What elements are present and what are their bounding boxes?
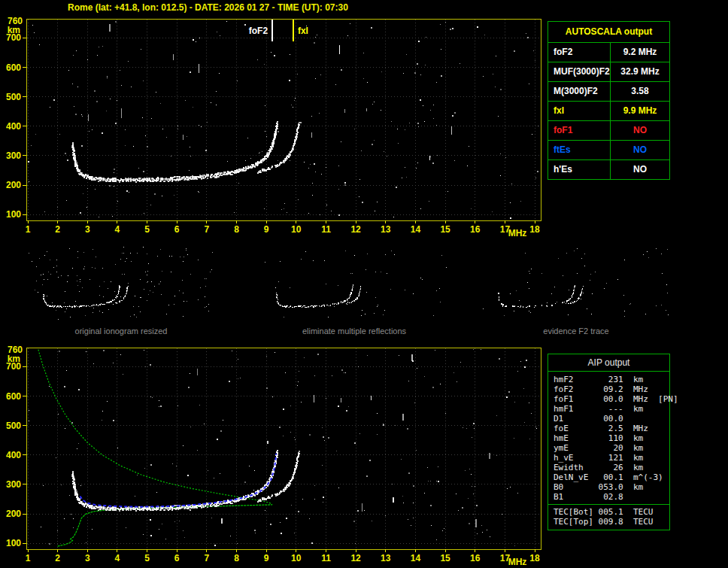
svg-text:13: 13	[381, 553, 391, 563]
svg-text:7: 7	[205, 553, 210, 563]
svg-text:16: 16	[470, 224, 481, 235]
aip-row-ymE: ymE 20 km	[548, 443, 669, 453]
autoscala-param-label: foF2	[548, 43, 610, 62]
aip-rows: hmF2 231 kmfoF2 09.2 MHzfoF1 00.0 MHz [P…	[548, 375, 669, 502]
svg-text:18: 18	[529, 553, 540, 563]
svg-text:7: 7	[205, 224, 210, 235]
aip-row-TEC[Bot]: TEC[Bot] 005.1 TECU	[548, 507, 669, 517]
svg-text:9: 9	[264, 224, 269, 235]
svg-text:fxI: fxI	[298, 26, 308, 36]
autoscala-row-ftEs: ftEsNO	[548, 140, 669, 159]
thumbnail-eliminate-reflections: eliminate multiple reflections	[259, 247, 449, 336]
thumbnail-eliminate-canvas	[259, 247, 449, 322]
autoscala-output-header: AUTOSCALA output	[548, 22, 669, 42]
thumbnail-evidence-f2-trace: evidence F2 trace	[481, 247, 671, 336]
aip-tec-rows: TEC[Bot] 005.1 TECUTEC[Top] 009.8 TECU	[548, 507, 669, 527]
thumbnail-evidence-canvas	[481, 247, 671, 322]
svg-text:100: 100	[6, 209, 21, 220]
aip-row-DelN_vE: DelN_vE 00.1 m^(-3)	[548, 472, 669, 482]
aip-row-foF2: foF2 09.2 MHz	[548, 384, 669, 394]
autoscala-param-label: MUF(3000)F2	[548, 62, 610, 81]
axes-grid-layer: 100200300400500600700760km12345678910111…	[6, 345, 541, 567]
thumbnail-caption: original ionogram resized	[26, 327, 216, 336]
autoscala-param-value: NO	[610, 121, 669, 140]
autoscala-param-label: M(3000)F2	[548, 82, 610, 101]
autoscala-param-value: 9.9 MHz	[610, 102, 669, 120]
aip-row-h_vE: h_vE 121 km	[548, 453, 669, 463]
autoscala-param-label: fxI	[548, 102, 610, 120]
top-ionogram-plot: 100200300400500600700760km12345678910111…	[6, 17, 544, 239]
svg-text:13: 13	[381, 224, 391, 235]
aip-row-Ewidth: Ewidth 26 km	[548, 463, 669, 472]
svg-text:2: 2	[55, 224, 60, 235]
station-date-title: Rome (lat: +41.8, lon: 012.5) - DATE: 20…	[68, 2, 348, 13]
svg-text:8: 8	[234, 553, 239, 563]
svg-text:10: 10	[291, 224, 302, 235]
autoscala-row-h'Es: h'EsNO	[548, 159, 669, 179]
aip-output-table: AIP output hmF2 231 kmfoF2 09.2 MHzfoF1 …	[548, 354, 670, 530]
autoscala-param-label: foF1	[548, 121, 610, 140]
svg-text:300: 300	[6, 150, 21, 161]
aip-output-header: AIP output	[548, 354, 669, 372]
svg-text:5: 5	[144, 224, 150, 235]
svg-text:6: 6	[174, 553, 180, 563]
autoscala-row-MUF(3000)F2: MUF(3000)F232.9 MHz	[548, 62, 669, 81]
autoscala-param-label: ftEs	[548, 141, 610, 159]
autoscala-rows: foF29.2 MHzMUF(3000)F232.9 MHzM(3000)F23…	[548, 42, 669, 179]
thumbnail-caption: evidence F2 trace	[481, 327, 671, 336]
aip-row-foF1: foF1 00.0 MHz [PN]	[548, 394, 669, 404]
autoscala-param-value: NO	[610, 160, 669, 179]
svg-text:500: 500	[6, 421, 21, 431]
svg-text:14: 14	[411, 553, 421, 563]
autoscala-row-M(3000)F2: M(3000)F23.58	[548, 81, 669, 101]
svg-text:18: 18	[529, 224, 540, 235]
bottom-profile-plot: 100200300400500600700760km12345678910111…	[6, 345, 544, 568]
aip-row-foE: foE 2.5 MHz	[548, 424, 669, 433]
svg-text:300: 300	[6, 479, 21, 490]
svg-text:km: km	[8, 25, 20, 35]
aip-row-TEC[Top]: TEC[Top] 009.8 TECU	[548, 517, 669, 527]
autoscala-row-foF1: foF1NO	[548, 120, 669, 140]
svg-text:1: 1	[26, 553, 31, 563]
svg-text:200: 200	[6, 180, 21, 190]
svg-text:10: 10	[291, 553, 302, 563]
svg-text:MHz: MHz	[508, 557, 527, 567]
axes-grid-layer: 100200300400500600700760km12345678910111…	[6, 17, 541, 238]
svg-text:15: 15	[440, 224, 450, 235]
svg-text:3: 3	[85, 553, 90, 563]
svg-text:1: 1	[26, 224, 31, 235]
autoscala-app-window: { "title": "Rome (lat: +41.8, lon: 012.5…	[0, 0, 728, 568]
svg-text:100: 100	[6, 538, 21, 548]
aip-row-B1: B1 02.8	[548, 492, 669, 502]
aip-row-hmE: hmE 110 km	[548, 433, 669, 443]
svg-text:15: 15	[440, 553, 450, 563]
autoscala-param-value: NO	[610, 141, 669, 159]
svg-text:16: 16	[470, 553, 481, 563]
svg-text:500: 500	[6, 92, 21, 102]
svg-text:11: 11	[321, 553, 331, 563]
svg-text:5: 5	[144, 553, 150, 563]
svg-text:200: 200	[6, 509, 21, 519]
svg-text:400: 400	[6, 121, 21, 132]
autoscala-row-fxI: fxI9.9 MHz	[548, 101, 669, 120]
autoscala-param-value: 3.58	[610, 82, 669, 101]
svg-text:12: 12	[350, 224, 361, 235]
aip-row-hmF2: hmF2 231 km	[548, 375, 669, 384]
svg-text:3: 3	[85, 224, 90, 235]
svg-text:4: 4	[115, 224, 120, 235]
autoscala-row-foF2: foF29.2 MHz	[548, 42, 669, 62]
thumbnail-original-canvas	[26, 247, 216, 322]
autoscala-param-value: 32.9 MHz	[610, 62, 669, 81]
autoscala-output-table: AUTOSCALA output foF29.2 MHzMUF(3000)F23…	[548, 21, 670, 180]
svg-text:km: km	[8, 354, 20, 364]
svg-text:4: 4	[115, 553, 120, 563]
thumbnail-original-ionogram: original ionogram resized	[26, 247, 216, 336]
svg-text:8: 8	[234, 224, 239, 235]
svg-text:11: 11	[321, 224, 331, 235]
svg-text:6: 6	[174, 224, 180, 235]
svg-text:9: 9	[264, 553, 269, 563]
svg-text:400: 400	[6, 450, 21, 460]
autoscala-param-label: h'Es	[548, 160, 610, 179]
svg-text:foF2: foF2	[249, 26, 268, 36]
svg-text:MHz: MHz	[508, 228, 527, 238]
